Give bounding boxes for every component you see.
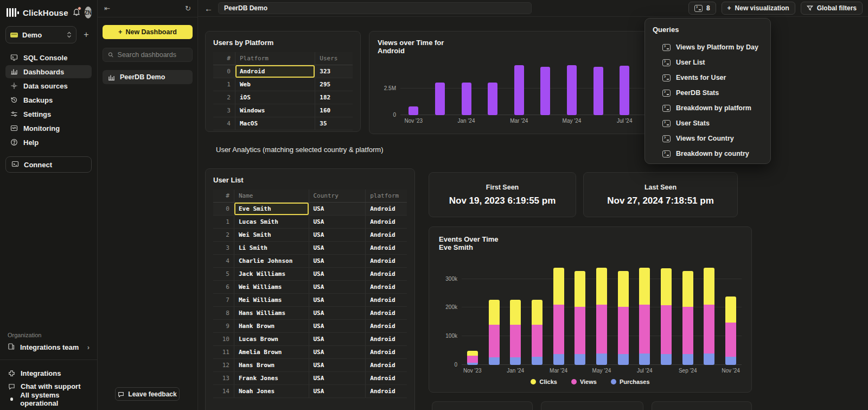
table-cell[interactable]: Android	[365, 294, 407, 306]
column-header-users[interactable]: Users	[315, 52, 353, 65]
table-row[interactable]: 9Hank BrownUSAAndroid	[213, 320, 407, 333]
query-item-peerdb-stats[interactable]: PeerDB Stats	[653, 85, 763, 100]
table-cell[interactable]: Android	[365, 307, 407, 319]
table-cell[interactable]: 11	[213, 346, 234, 358]
stacked-bar[interactable]	[618, 271, 629, 365]
system-status-link[interactable]: All systems operational	[5, 393, 92, 406]
table-cell[interactable]: USA	[309, 359, 366, 371]
table-cell[interactable]: Android	[365, 255, 407, 267]
stacked-bar[interactable]	[661, 268, 672, 365]
table-cell[interactable]: Hank Brown	[234, 320, 309, 332]
column-header-platform[interactable]: platform	[365, 190, 407, 202]
table-row[interactable]: 13Frank JonesUSAAndroid	[213, 372, 407, 385]
table-cell[interactable]: 3	[213, 104, 235, 117]
query-item-breakdown-by-country[interactable]: Breakdown by country	[653, 146, 763, 161]
table-cell[interactable]: Lucas Smith	[234, 216, 309, 228]
query-item-user-stats[interactable]: User Stats	[653, 116, 763, 131]
table-cell[interactable]: 2	[213, 91, 235, 104]
table-row[interactable]: 8Hans WilliamsUSAAndroid	[213, 307, 407, 320]
queries-toggle-button[interactable]: 8	[688, 2, 716, 15]
query-item-user-list[interactable]: User List	[653, 55, 763, 70]
table-row[interactable]: 1Lucas SmithUSAAndroid	[213, 216, 407, 229]
table-cell[interactable]: Hans Williams	[234, 307, 309, 319]
table-cell[interactable]: Charlie Johnson	[234, 255, 309, 267]
table-cell[interactable]: USA	[309, 307, 366, 319]
stacked-bar[interactable]	[596, 268, 607, 365]
table-cell[interactable]: Android	[365, 268, 407, 280]
table-cell[interactable]: USA	[309, 216, 366, 228]
table-row[interactable]: 4MacOS35	[213, 117, 353, 130]
table-cell[interactable]: Android	[365, 385, 407, 398]
table-cell[interactable]: Frank Jones	[234, 372, 309, 384]
table-cell[interactable]: Web	[235, 78, 315, 91]
table-cell[interactable]: MacOS	[235, 117, 315, 130]
table-cell[interactable]: 1	[213, 78, 235, 91]
table-cell[interactable]: Amelia Brown	[234, 346, 309, 358]
bar[interactable]	[488, 83, 497, 115]
search-input[interactable]	[118, 51, 187, 59]
table-cell[interactable]: 7	[213, 294, 234, 306]
table-cell[interactable]: USA	[309, 268, 366, 280]
table-row[interactable]: 12Hans BrownUSAAndroid	[213, 359, 407, 372]
table-cell[interactable]: USA	[309, 320, 366, 332]
refresh-icon[interactable]: ↻	[185, 4, 191, 12]
bar[interactable]	[435, 83, 445, 115]
table-row[interactable]: 3Windows160	[213, 104, 353, 117]
stacked-bar[interactable]	[639, 268, 650, 365]
table-cell[interactable]: Android	[365, 229, 407, 241]
table-cell[interactable]: Noah Jones	[234, 385, 309, 398]
table-cell[interactable]: 5	[213, 268, 234, 280]
stacked-bar[interactable]	[532, 300, 542, 365]
stacked-bar[interactable]	[575, 271, 585, 365]
table-cell[interactable]: Android	[365, 333, 407, 345]
query-item-events-for-user[interactable]: Events for User	[653, 70, 763, 85]
table-cell[interactable]: Wei Williams	[234, 281, 309, 293]
legend-item-views[interactable]: Views	[571, 379, 597, 385]
bar[interactable]	[409, 106, 418, 115]
table-cell[interactable]: Jack Williams	[234, 268, 309, 280]
table-cell[interactable]: 4	[213, 117, 235, 130]
query-item-views-by-platform-by-day[interactable]: Views by Platform by Day	[653, 40, 763, 55]
table-cell[interactable]: USA	[309, 346, 366, 358]
stacked-bar[interactable]	[467, 351, 478, 365]
table-row[interactable]: 1Web295	[213, 78, 353, 91]
stacked-bar[interactable]	[704, 268, 714, 365]
table-cell[interactable]: Mei Williams	[234, 294, 309, 306]
table-cell[interactable]: 8	[213, 307, 234, 319]
table-row[interactable]: 6Wei WilliamsUSAAndroid	[213, 281, 407, 294]
query-item-breakdown-by-platform[interactable]: Breakdown by platform	[653, 100, 763, 116]
table-row[interactable]: 10Lucas BrownUSAAndroid	[213, 333, 407, 346]
column-header-platform[interactable]: Platform	[235, 52, 315, 65]
table-cell[interactable]: Android	[365, 346, 407, 358]
bar[interactable]	[540, 67, 550, 115]
table-cell[interactable]: 6	[213, 281, 234, 293]
table-cell[interactable]: USA	[309, 255, 366, 267]
table-cell[interactable]: 182	[315, 91, 353, 104]
table-cell[interactable]: 35	[315, 117, 353, 130]
table-cell[interactable]: Windows	[235, 104, 315, 117]
stacked-bar[interactable]	[682, 271, 693, 365]
bar[interactable]	[462, 83, 471, 115]
table-cell[interactable]: Android	[365, 372, 407, 384]
table-cell[interactable]: Li Smith	[234, 242, 309, 254]
global-filters-button[interactable]: Global filters	[801, 2, 863, 15]
table-cell[interactable]: 1	[213, 216, 234, 228]
table-cell[interactable]: Android	[235, 65, 315, 78]
new-visualization-button[interactable]: + New visualization	[722, 2, 795, 15]
legend-item-clicks[interactable]: Clicks	[531, 379, 557, 385]
sidebar-item-data-sources[interactable]: Data sources	[5, 79, 92, 92]
leave-feedback-button[interactable]: Leave feedback	[115, 387, 180, 401]
table-row[interactable]: 2Wei SmithUSAAndroid	[213, 229, 407, 242]
table-cell[interactable]: Android	[365, 216, 407, 228]
notifications-bell-icon[interactable]	[72, 8, 81, 17]
table-cell[interactable]: USA	[309, 203, 366, 215]
sidebar-item-dashboards[interactable]: Dashboards	[5, 65, 92, 78]
table-cell[interactable]: Hans Brown	[234, 359, 309, 371]
back-arrow-icon[interactable]: ←	[205, 4, 213, 13]
stacked-bar[interactable]	[489, 300, 500, 365]
table-row[interactable]: 11Amelia BrownUSAAndroid	[213, 346, 407, 359]
table-row[interactable]: 0Android323	[213, 65, 353, 78]
new-dashboard-button[interactable]: + New Dashboard	[103, 25, 193, 39]
table-cell[interactable]: 9	[213, 320, 234, 332]
connect-button[interactable]: Connect	[5, 156, 92, 173]
